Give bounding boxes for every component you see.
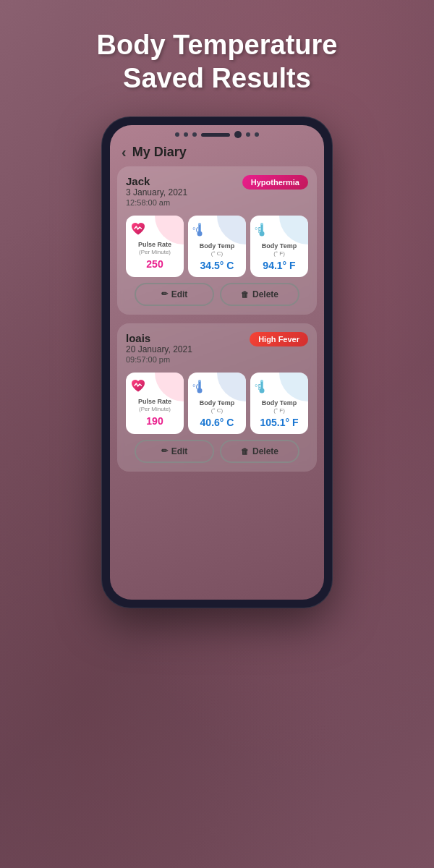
temp-f-value-2: 105.1° F <box>260 417 298 428</box>
temp-f-tile-2: °F Body Temp (° F) 105.1° F <box>250 373 308 434</box>
svg-rect-7 <box>261 225 263 232</box>
pulse-tile-1: Pulse Rate (Per Minute) 250 <box>126 216 184 277</box>
temp-c-tile-1: °C Body Temp (° C) 34.5° C <box>188 216 246 277</box>
metrics-row-1: Pulse Rate (Per Minute) 250 °C <box>126 216 308 277</box>
status-badge-2: High Fever <box>250 332 308 346</box>
header-title: My Diary <box>132 145 187 160</box>
edit-icon-1: ✏ <box>161 289 168 299</box>
thermo-c-icon-1: °C <box>192 221 207 241</box>
dot-1 <box>175 132 179 137</box>
card-actions-1: ✏ Edit 🗑 Delete <box>126 283 308 306</box>
temp-f-tile-1: °F Body Temp (° F) 94.1° F <box>250 216 308 277</box>
record-card-2: loais 20 January, 2021 09:57:00 pm High … <box>117 323 317 472</box>
card-actions-2: ✏ Edit 🗑 Delete <box>126 440 308 463</box>
phone-frame: ‹ My Diary Jack 3 January, 2021 12:58:00… <box>101 116 333 608</box>
card-header-2: loais 20 January, 2021 09:57:00 pm High … <box>126 332 308 370</box>
temp-c-value-1: 34.5° C <box>200 260 234 271</box>
delete-button-1[interactable]: 🗑 Delete <box>220 283 299 306</box>
dot-4 <box>246 132 250 137</box>
camera-dot <box>234 131 242 138</box>
dot-3 <box>192 132 197 137</box>
heart-icon-1 <box>130 221 146 239</box>
metrics-row-2: Pulse Rate (Per Minute) 190 °C <box>126 373 308 434</box>
svg-rect-11 <box>199 382 200 389</box>
temp-c-tile-2: °C Body Temp (° C) 40.6° C <box>188 373 246 434</box>
status-badge-1: Hypothermia <box>242 175 308 190</box>
svg-rect-15 <box>261 382 263 389</box>
svg-rect-3 <box>199 225 200 232</box>
thermo-f-icon-1: °F <box>255 221 269 241</box>
cards-scroll: Jack 3 January, 2021 12:58:00 am Hypothe… <box>110 166 324 583</box>
speaker-dot <box>201 133 230 137</box>
pulse-value-1: 250 <box>146 258 163 270</box>
phone-container: ‹ My Diary Jack 3 January, 2021 12:58:00… <box>0 116 434 608</box>
page-title: Body Temperature Saved Results <box>0 0 434 109</box>
delete-icon-2: 🗑 <box>241 447 249 456</box>
dot-5 <box>255 132 259 137</box>
dot-2 <box>184 132 188 137</box>
patient-name-2: loais 20 January, 2021 09:57:00 pm <box>126 332 192 370</box>
record-card-1: Jack 3 January, 2021 12:58:00 am Hypothe… <box>117 166 317 315</box>
card-header-1: Jack 3 January, 2021 12:58:00 am Hypothe… <box>126 175 308 213</box>
pulse-tile-2: Pulse Rate (Per Minute) 190 <box>126 373 184 434</box>
app-header: ‹ My Diary <box>110 141 324 166</box>
heart-icon-2 <box>130 378 146 396</box>
temp-f-value-1: 94.1° F <box>263 260 295 271</box>
delete-icon-1: 🗑 <box>241 290 249 299</box>
edit-button-1[interactable]: ✏ Edit <box>135 283 214 306</box>
delete-button-2[interactable]: 🗑 Delete <box>220 440 299 463</box>
thermo-f-icon-2: °F <box>255 378 269 398</box>
phone-top-bar <box>110 125 324 141</box>
back-button[interactable]: ‹ <box>122 144 127 161</box>
edit-button-2[interactable]: ✏ Edit <box>135 440 214 463</box>
patient-name-1: Jack 3 January, 2021 12:58:00 am <box>126 175 187 213</box>
camera-dots <box>175 131 259 138</box>
thermo-c-icon-2: °C <box>192 378 207 398</box>
edit-icon-2: ✏ <box>161 446 168 456</box>
phone-screen: ‹ My Diary Jack 3 January, 2021 12:58:00… <box>110 125 324 600</box>
pulse-value-2: 190 <box>146 415 163 427</box>
temp-c-value-2: 40.6° C <box>200 417 234 428</box>
